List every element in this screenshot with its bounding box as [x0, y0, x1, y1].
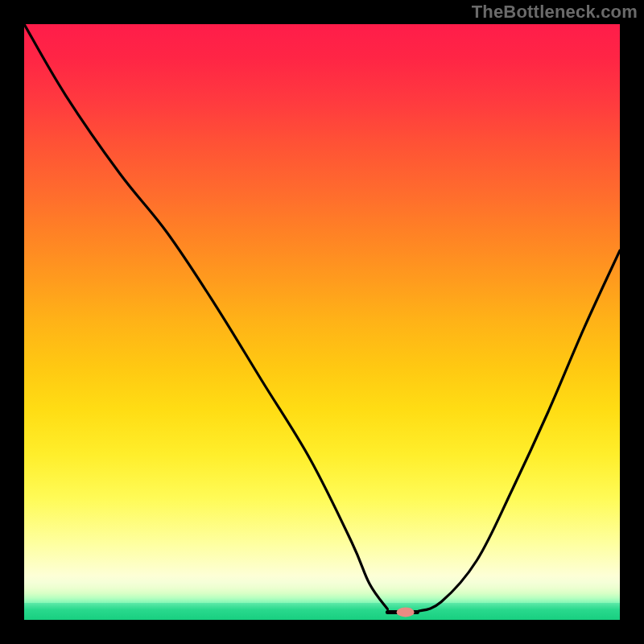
bottleneck-curve-left — [24, 24, 387, 609]
plot-area — [24, 24, 620, 620]
watermark-text: TheBottleneck.com — [472, 2, 638, 23]
bottleneck-curve-right — [417, 250, 620, 611]
curve-svg — [24, 24, 620, 620]
chart-frame: TheBottleneck.com — [0, 0, 644, 644]
optimum-marker — [397, 607, 415, 617]
